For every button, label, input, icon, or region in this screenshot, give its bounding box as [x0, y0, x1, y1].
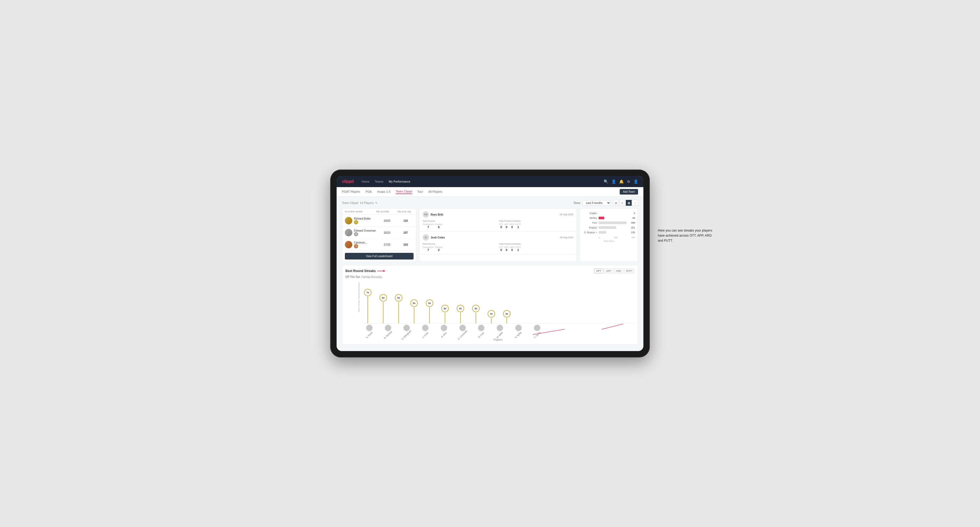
list-view-btn[interactable]: ≡ [619, 200, 625, 206]
nav-links: Home Teams My Performance [362, 180, 598, 183]
nav-my-performance[interactable]: My Performance [389, 180, 410, 183]
add-team-button[interactable]: Add Team [620, 189, 638, 195]
subnav-pgat[interactable]: PGAT Players [342, 190, 360, 194]
streak-player-name: C. Quick [533, 331, 541, 338]
round-entry-2: JC Josh Coles 26 Aug 2023 Total Rounds T… [419, 232, 577, 254]
avatar-3 [345, 241, 352, 248]
round-entry-1: RB Rees Britt 02 Sep 2023 Total Rounds T… [419, 209, 577, 232]
subnav-tour[interactable]: Tour [417, 190, 423, 194]
chart-bar-row: Birdies96 [582, 216, 635, 220]
subnav-hcaps[interactable]: Hcaps 1-5 [377, 190, 390, 194]
nav-teams[interactable]: Teams [375, 180, 383, 183]
arrow-icon [377, 269, 385, 273]
subnav-team-clippd[interactable]: Team Clippd [396, 190, 412, 194]
total-rounds-label-2: Total Rounds [423, 243, 497, 245]
ott-val-1: 0 [499, 225, 503, 229]
lb-avg-2: 107 [398, 231, 414, 234]
streaks-title: Best Round Streaks [345, 269, 385, 273]
rounds-player-row-2: JC Josh Coles 26 Aug 2023 [423, 234, 573, 241]
main-content: Team Clippd 14 Players ✎ Show Last 3 mon… [337, 197, 643, 351]
x-label-0: 0 [599, 237, 600, 239]
streak-player-info: B. Ford [476, 325, 487, 336]
tournament-val-2: 7 [423, 248, 434, 252]
rounds-stats-2: Total Rounds Tournament 7 Practice [423, 243, 573, 252]
player-name-3: Cameron... [354, 241, 367, 244]
filter-app[interactable]: APP [604, 268, 613, 273]
period-select[interactable]: Last 3 months Last 6 months Last 12 mont… [582, 200, 611, 206]
streak-player-info: M. Miller [495, 325, 505, 336]
streak-line [414, 307, 414, 323]
subnav-all-players[interactable]: All Players [428, 190, 442, 194]
streak-bar-item: 5x [426, 300, 433, 323]
annotation-text: Here you can see streaks your players ha… [658, 228, 714, 243]
player-name-1: Richard Butler [354, 217, 371, 220]
filter-putt[interactable]: PUTT [624, 268, 635, 273]
streak-player-name: R. Butler [515, 331, 522, 338]
bell-icon[interactable]: 🔔 [619, 179, 624, 184]
edit-icon[interactable]: ✎ [375, 202, 377, 205]
sub-nav: PGAT Players PGA Hcaps 1-5 Team Clippd T… [337, 187, 643, 197]
streak-line [398, 302, 399, 323]
chart-bar-value: 3 [634, 212, 635, 214]
chart-bar-row: Eagles3 [582, 211, 635, 215]
streak-bubble: 3x [488, 310, 495, 317]
search-icon[interactable]: 🔍 [604, 179, 608, 184]
chart-bar-fill [599, 221, 627, 224]
subnav-pga[interactable]: PGA [366, 190, 372, 194]
chart-bar-label: Pars [582, 221, 597, 224]
arg-val-1: 0 [510, 225, 514, 229]
streak-bubble: 4x [457, 305, 464, 312]
nav-bar: clippd Home Teams My Performance 🔍 👤 🔔 ⚙… [337, 176, 643, 187]
streak-filters: OTT APP ARG PUTT [594, 268, 635, 273]
rounds-avatar-1: RB [423, 211, 429, 218]
team-header: Team Clippd 14 Players ✎ Show Last 3 mon… [342, 200, 638, 206]
streak-bar-item: 5x [410, 300, 418, 323]
team-title: Team Clippd 14 Players ✎ [342, 201, 377, 205]
lb-col-score: PB SCORE [376, 210, 398, 213]
nav-actions: 🔍 👤 🔔 ⚙ 👤 [604, 179, 638, 184]
lb-score-1: 19/20 [376, 219, 398, 222]
settings-icon[interactable]: ⚙ [627, 179, 630, 184]
profile-icon[interactable]: 👤 [633, 179, 638, 184]
rounds-avatar-2: JC [423, 234, 429, 241]
stat-group-rounds-1: Total Rounds Tournament 7 Practice [423, 220, 497, 229]
streak-player-avatar [366, 325, 372, 331]
view-full-leaderboard-btn[interactable]: View Full Leaderboard [345, 253, 414, 259]
svg-marker-1 [383, 270, 385, 272]
chart-bar-fill [599, 217, 604, 219]
streak-bubble: 4x [441, 305, 449, 312]
streak-bar-item: 6x [395, 294, 402, 323]
chart-bar-wrap [599, 226, 630, 229]
lb-avg-3: 103 [398, 243, 414, 246]
rounds-panel: RB Rees Britt 02 Sep 2023 Total Rounds T… [419, 208, 577, 262]
chart-bar-fill [599, 231, 606, 234]
chart-bar-value: 96 [632, 217, 635, 219]
chart-bar-wrap [599, 230, 630, 234]
streak-bar-item: 4x [441, 305, 449, 323]
chart-bar-fill [599, 226, 616, 229]
card-view-btn[interactable]: ▦ [626, 200, 632, 206]
chart-bar-wrap [599, 211, 632, 215]
streak-visualization: Best Streak, Fairway Accuracy 7x6x6x5x5x… [345, 281, 635, 341]
x-label-200: 200 [614, 237, 617, 239]
rounds-player-name-1: Rees Britt [431, 213, 443, 216]
app-logo: clippd [342, 179, 354, 184]
chart-bar-value: 131 [631, 231, 635, 234]
streak-player-info: R. Britt [439, 325, 449, 336]
streak-player-info: D. Billingham [401, 325, 412, 336]
nav-home[interactable]: Home [362, 180, 369, 183]
streak-bar-item: 3x [488, 310, 495, 323]
streak-player-avatar [497, 325, 503, 331]
table-row: Edward Crossman 2 18/20 107 [342, 227, 416, 239]
grid-view-btn[interactable]: ⊞ [613, 200, 619, 206]
streak-line [445, 313, 445, 323]
team-controls: Show Last 3 months Last 6 months Last 12… [574, 200, 638, 206]
streak-avatars: E. EwertB. McHargD. BillinghamJ. ColesR.… [361, 324, 635, 337]
y-axis-label: Best Streak, Fairway Accuracy [358, 285, 360, 312]
practice-activities-label-2: Total Practice Activities [499, 243, 573, 245]
filter-ott[interactable]: OTT [594, 268, 603, 273]
user-icon[interactable]: 👤 [611, 179, 616, 184]
chart-bar-value: 311 [631, 226, 635, 229]
filter-btn[interactable]: ↕ [632, 200, 638, 206]
filter-arg[interactable]: ARG [614, 268, 624, 273]
